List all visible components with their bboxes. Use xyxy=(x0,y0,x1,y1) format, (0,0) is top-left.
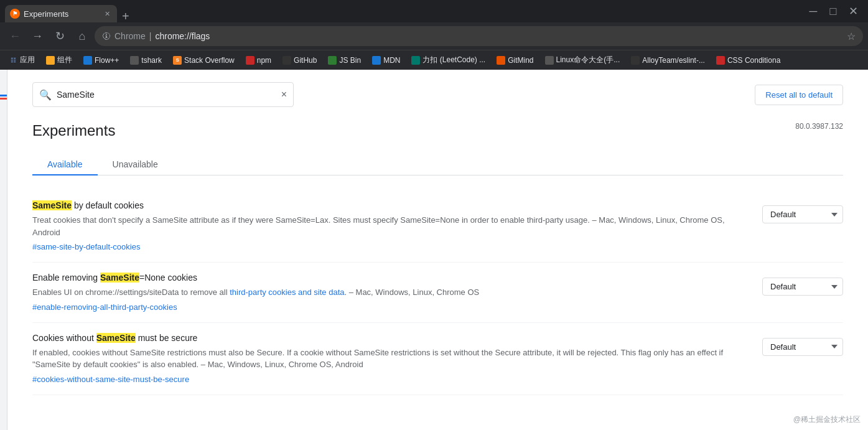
address-separator: | xyxy=(149,31,152,41)
github-icon xyxy=(282,56,291,65)
back-button[interactable]: ← xyxy=(5,26,25,46)
bookmark-linux-label: Linux命令大全(手... xyxy=(556,55,620,65)
bookmark-alloyteam[interactable]: AlloyTeam/eslint-... xyxy=(626,55,710,66)
forward-icon: → xyxy=(32,30,43,43)
bookmark-stackoverflow-label: Stack Overflow xyxy=(184,56,235,65)
experiment-name-suffix: by default cookies xyxy=(72,200,144,210)
bookmark-jsbin[interactable]: JS Bin xyxy=(323,55,366,66)
tab-unavailable[interactable]: Unavailable xyxy=(98,154,173,175)
watermark: @稀土掘金技术社区 xyxy=(793,414,861,425)
experiment-dropdown[interactable]: Default Enabled Disabled xyxy=(762,205,843,223)
experiment-info: SameSite by default cookies Treat cookie… xyxy=(32,200,747,252)
stackoverflow-icon: S xyxy=(173,56,182,65)
bookmark-github-label: GitHub xyxy=(294,56,317,65)
window-minimize-button[interactable]: ─ xyxy=(803,5,823,18)
experiment-dropdown[interactable]: Default Enabled Disabled xyxy=(762,278,843,296)
npm-icon xyxy=(246,56,254,65)
bookmarks-bar: ☷ 应用 组件 Flow++ tshark S Stack Overflow n… xyxy=(0,50,868,70)
home-button[interactable]: ⌂ xyxy=(72,26,92,46)
bookmark-apps[interactable]: ☷ 应用 xyxy=(4,54,40,67)
mdn-icon xyxy=(372,56,381,65)
tab-available[interactable]: Available xyxy=(32,154,98,175)
address-bar[interactable]: 🛈 Chrome | chrome://flags ☆ xyxy=(95,26,863,46)
experiment-description: If enabled, cookies without SameSite res… xyxy=(32,347,747,371)
bookmark-github[interactable]: GitHub xyxy=(278,55,322,66)
tab-label: Experiments xyxy=(24,9,68,19)
back-icon: ← xyxy=(9,30,21,43)
experiment-info: Enable removing SameSite=None cookies En… xyxy=(32,273,747,312)
search-input[interactable] xyxy=(57,90,276,100)
dropdown-wrapper: Default Enabled Disabled xyxy=(762,338,843,356)
experiment-name-prefix: Enable removing xyxy=(32,273,100,283)
tshark-icon xyxy=(130,56,139,65)
page-title: Experiments xyxy=(32,122,115,139)
experiment-info: Cookies without SameSite must be secure … xyxy=(32,333,747,385)
bookmark-flowpp[interactable]: Flow++ xyxy=(78,55,124,66)
titlebar: ⚑ Experiments ✕ + ─ □ ✕ xyxy=(0,0,868,22)
desc-link: third-party cookies and site data xyxy=(230,287,344,297)
version-number: 80.0.3987.132 xyxy=(795,122,843,131)
experiment-link[interactable]: #cookies-without-same-site-must-be-secur… xyxy=(32,375,189,384)
experiment-link[interactable]: #same-site-by-default-cookies xyxy=(32,242,140,251)
bookmark-components[interactable]: 组件 xyxy=(41,54,77,67)
bookmark-linux[interactable]: Linux命令大全(手... xyxy=(540,54,625,67)
bookmark-star-icon[interactable]: ☆ xyxy=(847,30,856,42)
experiment-name-suffix: must be secure xyxy=(136,333,198,343)
page-content: 🔍 × Reset all to default Experiments 80.… xyxy=(7,70,868,430)
navbar: ← → ↻ ⌂ 🛈 Chrome | chrome://flags ☆ xyxy=(0,22,868,50)
bookmark-alloyteam-label: AlloyTeam/eslint-... xyxy=(642,56,705,65)
experiment-name-prefix: Cookies without xyxy=(32,333,96,343)
search-icon: 🔍 xyxy=(39,89,52,101)
experiment-item: SameSite by default cookies Treat cookie… xyxy=(32,190,843,263)
search-area: 🔍 × Reset all to default xyxy=(32,82,843,107)
experiment-item: Enable removing SameSite=None cookies En… xyxy=(32,263,843,323)
bookmark-apps-label: 应用 xyxy=(20,55,35,65)
tab-close-button[interactable]: ✕ xyxy=(102,9,112,19)
jsbin-icon xyxy=(328,56,337,65)
bookmark-tshark-label: tshark xyxy=(141,56,162,65)
experiment-name: Cookies without SameSite must be secure xyxy=(32,333,747,343)
reset-all-button[interactable]: Reset all to default xyxy=(755,85,843,105)
refresh-icon: ↻ xyxy=(55,29,65,43)
bookmark-leetcode-label: 力扣 (LeetCode) ... xyxy=(422,55,485,65)
experiment-description: Treat cookies that don't specify a SameS… xyxy=(32,214,747,238)
experiment-description: Enables UI on chrome://settings/siteData… xyxy=(32,286,747,299)
bookmark-tshark[interactable]: tshark xyxy=(125,55,167,66)
clear-search-button[interactable]: × xyxy=(281,89,287,100)
bookmark-gitmind-label: GitMind xyxy=(508,56,533,65)
bookmark-gitmind[interactable]: GitMind xyxy=(492,55,538,66)
bookmark-css[interactable]: CSS Conditiona xyxy=(711,55,785,66)
experiment-list: SameSite by default cookies Treat cookie… xyxy=(32,190,843,395)
bookmark-components-label: 组件 xyxy=(57,55,72,65)
dropdown-wrapper: Default Enabled Disabled xyxy=(762,278,843,296)
bookmark-flowpp-label: Flow++ xyxy=(95,56,119,65)
left-edge xyxy=(0,70,7,430)
main-content-wrapper: 🔍 × Reset all to default Experiments 80.… xyxy=(0,70,868,430)
new-tab-button[interactable]: + xyxy=(117,10,134,22)
css-icon xyxy=(716,56,725,65)
tab-area: ⚑ Experiments ✕ + xyxy=(5,0,803,22)
lock-icon: 🛈 xyxy=(102,31,111,41)
bookmark-stackoverflow[interactable]: S Stack Overflow xyxy=(168,55,240,66)
window-close-button[interactable]: ✕ xyxy=(843,4,863,18)
search-box[interactable]: 🔍 × xyxy=(32,82,294,107)
flowpp-icon xyxy=(83,56,92,65)
bookmark-npm[interactable]: npm xyxy=(241,55,276,66)
components-icon xyxy=(46,56,55,65)
experiment-name-suffix: =None cookies xyxy=(139,273,197,283)
bookmark-leetcode[interactable]: 力扣 (LeetCode) ... xyxy=(406,54,490,67)
bookmark-mdn[interactable]: MDN xyxy=(367,55,405,66)
refresh-button[interactable]: ↻ xyxy=(50,26,70,46)
experiment-link[interactable]: #enable-removing-all-third-party-cookies xyxy=(32,302,177,312)
forward-button[interactable]: → xyxy=(27,26,47,46)
window-maximize-button[interactable]: □ xyxy=(823,5,843,18)
bookmark-jsbin-label: JS Bin xyxy=(339,56,361,65)
experiment-name-highlight: SameSite xyxy=(100,273,139,283)
bookmark-css-label: CSS Conditiona xyxy=(727,56,780,65)
apps-icon: ☷ xyxy=(9,56,17,65)
active-tab[interactable]: ⚑ Experiments ✕ xyxy=(5,5,117,22)
experiment-name: SameSite by default cookies xyxy=(32,200,747,210)
experiment-item: Cookies without SameSite must be secure … xyxy=(32,323,843,395)
experiment-name-highlight: SameSite xyxy=(32,200,72,210)
experiment-dropdown[interactable]: Default Enabled Disabled xyxy=(762,338,843,356)
